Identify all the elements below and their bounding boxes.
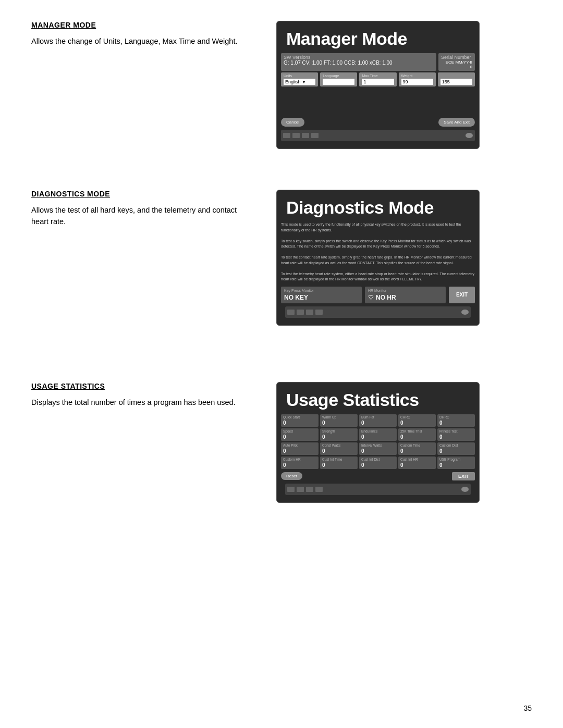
cust-int-time-label: Cust Int Time bbox=[322, 458, 356, 461]
custom-dist-value: 0 bbox=[439, 448, 473, 454]
usage-nav-bar bbox=[285, 484, 471, 495]
max-time-value[interactable]: 1 bbox=[362, 79, 394, 85]
key-press-monitor-box: Key Press Monitor NO KEY bbox=[281, 287, 362, 303]
heart-icon: ♡ bbox=[368, 294, 374, 301]
usage-cell-custom-hr: Custom HR 0 bbox=[281, 456, 319, 469]
manager-mode-content: SW Versions G: 1.07 CV: 1.00 FT: 1.00 CC… bbox=[277, 53, 479, 149]
fitness-test-value: 0 bbox=[439, 434, 473, 440]
diag-monitors-row: Key Press Monitor NO KEY HR Monitor ♡ NO… bbox=[281, 287, 475, 303]
diag-nav-icon-4 bbox=[315, 310, 323, 315]
const-watts-label: Const Watts bbox=[322, 443, 356, 447]
usage-cell-const-watts: Const Watts 0 bbox=[320, 442, 358, 455]
hr-monitor-value: ♡ NO HR bbox=[368, 294, 443, 301]
chrc-label: CHRC bbox=[400, 415, 434, 419]
dhrc-label: DHRC bbox=[439, 415, 473, 419]
usage-screen-container: Usage Statistics Quick Start 0 Warm Up 0… bbox=[276, 382, 532, 503]
manager-mode-section: MANAGER MODE Allows the change of Units,… bbox=[31, 21, 532, 149]
nav-icon-1 bbox=[283, 133, 290, 138]
strength-label: Strength bbox=[322, 429, 356, 433]
usage-screen-title: Usage Statistics bbox=[277, 382, 479, 414]
speed-label: Speed bbox=[283, 429, 316, 433]
diag-nav-camera-icon bbox=[461, 310, 469, 315]
custom-time-value: 0 bbox=[400, 448, 434, 454]
25k-label: 25K Time Trial bbox=[400, 429, 434, 433]
key-press-label: Key Press Monitor bbox=[284, 289, 359, 292]
units-value[interactable]: English ▼ bbox=[284, 79, 315, 85]
usage-content: Quick Start 0 Warm Up 0 Burn Fat 0 CHRC … bbox=[277, 414, 479, 502]
diagnostics-mode-section: DIAGNOSTICS MODE Allows the test of all … bbox=[31, 190, 532, 326]
sw-versions-box: SW Versions G: 1.07 CV: 1.00 FT: 1.00 CC… bbox=[281, 53, 436, 71]
endurance-value: 0 bbox=[361, 434, 395, 440]
weight-number-value[interactable]: 155 bbox=[440, 79, 472, 85]
interval-watts-value: 0 bbox=[361, 448, 395, 454]
usage-grid-row4: Custom HR 0 Cust Int Time 0 Cust Int Dis… bbox=[281, 456, 475, 469]
cust-int-dist-label: Cust Int Dist bbox=[361, 458, 395, 461]
diag-nav-icon-2 bbox=[297, 310, 304, 315]
diagnostics-screen-title: Diagnostics Mode bbox=[277, 190, 479, 222]
manager-mode-screen-container: Manager Mode SW Versions G: 1.07 CV: 1.0… bbox=[276, 21, 532, 149]
weight-value[interactable]: 99 bbox=[401, 79, 433, 85]
manager-mode-heading: MANAGER MODE bbox=[31, 21, 255, 29]
spacer-3 bbox=[31, 366, 532, 382]
burn-fat-label: Burn Fat bbox=[361, 415, 395, 419]
usage-cell-speed: Speed 0 bbox=[281, 428, 319, 441]
diag-nav-icon-1 bbox=[287, 310, 295, 315]
nav-icon-4 bbox=[311, 133, 319, 138]
manager-buttons-row: Cancel Save And Exit bbox=[281, 118, 475, 127]
sw-serial-row: SW Versions G: 1.07 CV: 1.00 FT: 1.00 CC… bbox=[281, 53, 475, 71]
cust-int-dist-value: 0 bbox=[361, 462, 395, 468]
strength-value: 0 bbox=[322, 434, 356, 440]
auto-pilot-value: 0 bbox=[283, 448, 316, 454]
burn-fat-value: 0 bbox=[361, 420, 395, 426]
manager-fields-row: Units English ▼ Language Max Time 1 Weig… bbox=[281, 72, 475, 87]
usage-cell-cust-int-hr: Cust Int HR 0 bbox=[398, 456, 436, 469]
diagnostics-screen-container: Diagnostics Mode This mode is used to ve… bbox=[276, 190, 532, 326]
sw-versions-label: SW Versions bbox=[284, 55, 434, 60]
usage-cell-warm-up: Warm Up 0 bbox=[320, 414, 358, 427]
custom-dist-label: Custom Dist bbox=[439, 443, 473, 447]
usage-cell-cust-int-dist: Cust Int Dist 0 bbox=[359, 456, 397, 469]
nav-camera-icon bbox=[466, 133, 473, 138]
usage-grid-row3: Auto Pilot 0 Const Watts 0 Interval Watt… bbox=[281, 442, 475, 455]
manager-mode-screen: Manager Mode SW Versions G: 1.07 CV: 1.0… bbox=[276, 21, 480, 149]
usage-cell-dhrc: DHRC 0 bbox=[437, 414, 475, 427]
auto-pilot-label: Auto Pilot bbox=[283, 443, 316, 447]
usage-reset-button[interactable]: Reset bbox=[281, 472, 302, 480]
quick-start-label: Quick Start bbox=[283, 415, 316, 419]
usage-nav-icon-1 bbox=[287, 487, 295, 492]
max-time-label: Max Time bbox=[362, 74, 394, 78]
usage-nav-icon-2 bbox=[297, 487, 304, 492]
nav-icon-2 bbox=[292, 133, 300, 138]
usage-cell-custom-time: Custom Time 0 bbox=[398, 442, 436, 455]
hr-monitor-box: HR Monitor ♡ NO HR bbox=[365, 287, 446, 303]
hr-monitor-label: HR Monitor bbox=[368, 289, 443, 292]
language-field: Language bbox=[320, 72, 357, 87]
custom-time-label: Custom Time bbox=[400, 443, 434, 447]
dhrc-value: 0 bbox=[439, 420, 473, 426]
cust-int-hr-value: 0 bbox=[400, 462, 434, 468]
usage-cell-endurance: Endurance 0 bbox=[359, 428, 397, 441]
manager-mode-screen-title: Manager Mode bbox=[277, 21, 479, 53]
usage-exit-button[interactable]: EXIT bbox=[452, 472, 475, 480]
diagnostics-mode-heading: DIAGNOSTICS MODE bbox=[31, 190, 255, 198]
manager-mode-body: Allows the change of Units, Language, Ma… bbox=[31, 35, 255, 47]
chrc-value: 0 bbox=[400, 420, 434, 426]
custom-hr-label: Custom HR bbox=[283, 458, 316, 461]
usage-statistics-screen: Usage Statistics Quick Start 0 Warm Up 0… bbox=[276, 382, 480, 503]
usage-nav-camera-icon bbox=[461, 487, 469, 492]
serial-number-label: Serial Number bbox=[441, 55, 472, 60]
usage-cell-strength: Strength 0 bbox=[320, 428, 358, 441]
diagnostics-mode-body: Allows the test of all hard keys, and th… bbox=[31, 204, 255, 228]
save-and-exit-button[interactable]: Save And Exit bbox=[438, 118, 475, 127]
interval-watts-label: Interval Watts bbox=[361, 443, 395, 447]
spacer-1 bbox=[31, 174, 532, 190]
usage-footer: Reset EXIT bbox=[281, 472, 475, 480]
serial-number-box: Serial Number ECE MM/YY-II0 bbox=[438, 53, 475, 71]
diag-nav-icon-3 bbox=[306, 310, 313, 315]
cancel-button[interactable]: Cancel bbox=[281, 118, 304, 127]
usage-grid-row1: Quick Start 0 Warm Up 0 Burn Fat 0 CHRC … bbox=[281, 414, 475, 427]
diagnostics-exit-button[interactable]: EXIT bbox=[449, 287, 475, 303]
sw-versions-value: G: 1.07 CV: 1.00 FT: 1.00 CCB: 1.00 xCB:… bbox=[284, 60, 434, 66]
usage-cell-fitness-test: Fitness Test 0 bbox=[437, 428, 475, 441]
language-value[interactable] bbox=[323, 79, 354, 85]
